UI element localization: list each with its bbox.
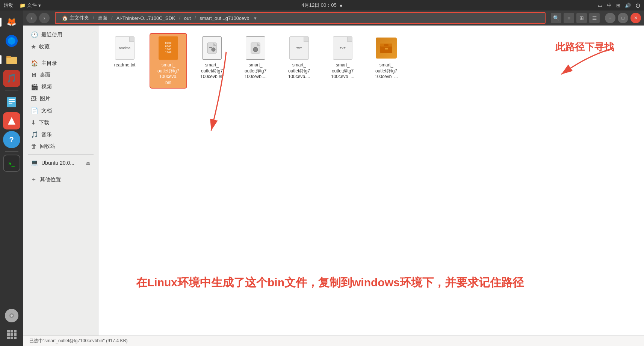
sidebar-item-downloads[interactable]: ⬇ 下载 <box>25 117 97 128</box>
path-current[interactable]: smart_out...g7100cevb ▾ <box>197 13 263 23</box>
sidebar-item-home[interactable]: 🏠 主目录 <box>25 57 97 69</box>
svg-rect-7 <box>9 103 12 104</box>
svg-rect-4 <box>7 97 16 107</box>
dock-appstore[interactable] <box>3 112 20 129</box>
sidebar-item-bookmarks[interactable]: ★ 收藏 <box>25 41 97 53</box>
folder-menu-button[interactable]: 📁 文件 ▾ <box>20 2 41 9</box>
music-icon: 🎵 <box>31 131 38 138</box>
document-icon: 📄 <box>31 107 38 114</box>
search-button[interactable]: 🔍 <box>551 13 561 23</box>
back-button[interactable]: ‹ <box>26 13 37 23</box>
keyboard-layout: 中 <box>607 2 612 9</box>
notification-dot: ● <box>340 3 343 8</box>
dock-firefox[interactable]: 🦊 <box>3 14 20 31</box>
star-icon: ★ <box>31 43 36 50</box>
sidebar-item-ubuntu[interactable]: 💻 Ubuntu 20.0... ⏏ <box>25 157 97 168</box>
dock-separator-2 <box>5 151 18 152</box>
window-titlebar: ‹ › 🏠 主文件夹 / 桌面 / Ai-Thinker-O...7100C_S… <box>23 11 644 26</box>
file-icon-txt2: TXT <box>287 36 311 60</box>
svg-rect-18 <box>11 337 13 339</box>
network-icon: ⊞ <box>616 3 620 8</box>
sidebar-item-desktop[interactable]: 🖥 桌面 <box>25 69 97 81</box>
path-sdk[interactable]: Ai-Thinker-O...7100C_SDK <box>113 15 178 22</box>
sidebar-item-videos[interactable]: 🎬 视频 <box>25 81 97 93</box>
path-current-label: smart_out...g7100cevb <box>200 15 249 21</box>
download-icon: ⬇ <box>31 119 36 126</box>
sidebar-label-trash: 回收站 <box>40 143 56 150</box>
sidebar-item-pictures[interactable]: 🖼 图片 <box>25 93 97 104</box>
annotation-arrow-1 <box>531 26 644 101</box>
dock-terminal[interactable]: $_ <box>3 155 20 172</box>
file-grid: readme readme.txt 0100010110011000 smart… <box>98 26 644 335</box>
svg-rect-17 <box>7 337 10 339</box>
sidebar-item-recent[interactable]: 🕐 最近使用 <box>25 29 97 41</box>
file-name-elf: smart_outlet@tg7100cevb.elf <box>200 62 223 80</box>
path-sep-4: / <box>195 15 196 21</box>
path-out[interactable]: out <box>181 15 194 22</box>
plus-icon: ＋ <box>31 176 37 184</box>
system-topbar: 活动 📁 文件 ▾ 4月12日 00：05 ● ▭ 中 ⊞ 🔊 ⏻ <box>0 0 644 11</box>
sidebar-item-documents[interactable]: 📄 文档 <box>25 105 97 116</box>
annotation-main: 在Linux环境中生成了这个bin文件，复制到windows环境下，并要求记住路… <box>136 275 524 290</box>
file-name-readme: readme.txt <box>114 62 136 68</box>
file-name-txt3: smart_outlet@tg7100cevb_... <box>331 62 354 80</box>
activities-button[interactable]: 活动 <box>4 2 14 9</box>
picture-icon: 🖼 <box>31 95 37 102</box>
file-icon-bin: 0100010110011000 <box>156 36 180 60</box>
svg-rect-5 <box>9 99 15 100</box>
dock-libreoffice[interactable] <box>3 93 20 111</box>
file-name-bin: smart_outlet@tg7100cevb.bin <box>157 62 179 86</box>
eject-icon[interactable]: ⏏ <box>86 160 91 166</box>
dock-rhythmbox[interactable]: 🎵 <box>3 70 20 87</box>
home-icon: 🏠 <box>62 15 68 21</box>
svg-rect-15 <box>11 333 13 336</box>
path-desktop[interactable]: 桌面 <box>95 14 110 22</box>
sidebar-sep-3 <box>28 171 94 171</box>
svg-rect-11 <box>7 330 10 332</box>
svg-point-10 <box>11 314 13 317</box>
file-item-txt3[interactable]: TXT smart_outlet@tg7100cevb_... <box>324 33 361 89</box>
svg-point-22 <box>212 48 215 51</box>
dock-files[interactable] <box>3 51 20 68</box>
menu-button[interactable]: ☰ <box>589 13 600 23</box>
view-toggle-button[interactable]: ⊞ <box>576 13 587 23</box>
file-item-elf[interactable]: smart_outlet@tg7100cevb.elf <box>193 33 231 89</box>
application-dock: 🦊 🎵 ? $_ <box>0 11 23 346</box>
video-icon: 🎬 <box>31 83 38 90</box>
path-breadcrumb: 🏠 主文件夹 / 桌面 / Ai-Thinker-O...7100C_SDK /… <box>55 12 546 24</box>
maximize-button[interactable]: □ <box>618 13 628 23</box>
content-area: 🕐 最近使用 ★ 收藏 🏠 主目录 🖥 桌面 🎬 视频 🖼 <box>23 26 644 335</box>
dock-help[interactable]: ? <box>3 131 20 148</box>
file-icon-elf <box>200 36 224 60</box>
sidebar-item-music[interactable]: 🎵 音乐 <box>25 129 97 140</box>
sidebar-item-other[interactable]: ＋ 其他位置 <box>25 173 97 186</box>
path-sep-3: / <box>179 15 180 21</box>
path-out-label: out <box>184 15 191 21</box>
dock-grid[interactable] <box>3 326 20 343</box>
volume-icon: 🔊 <box>625 3 631 8</box>
file-item-txt2[interactable]: TXT smart_outlet@tg7100cevb.... <box>280 33 318 89</box>
datetime-display: 4月12日 00：05 <box>301 2 336 9</box>
file-name-archive: smart_outlet@tg7100cevb_... <box>375 62 398 80</box>
chevron-down-icon[interactable]: ▾ <box>251 14 260 23</box>
dock-thunderbird[interactable] <box>3 32 20 50</box>
annotation-path-text: 此路径下寻找 <box>555 41 614 53</box>
path-sep-2: / <box>111 15 112 21</box>
view-list-button[interactable]: ≡ <box>564 13 574 23</box>
path-home[interactable]: 🏠 主文件夹 <box>59 14 92 22</box>
dock-dvd[interactable] <box>3 307 20 324</box>
sidebar-label-documents: 文档 <box>41 107 52 114</box>
forward-button[interactable]: › <box>39 13 50 23</box>
status-bar: 已选中"smart_outlet@tg7100cevbbin" (917.4 K… <box>23 335 644 346</box>
sidebar-label-desktop: 桌面 <box>40 72 50 78</box>
file-item-bin[interactable]: 0100010110011000 smart_outlet@tg7100cevb… <box>150 33 187 89</box>
file-item-readme[interactable]: readme readme.txt <box>106 33 144 89</box>
sidebar-sep-2 <box>28 154 94 155</box>
sidebar-item-trash[interactable]: 🗑 回收站 <box>25 141 97 152</box>
file-name-txt2: smart_outlet@tg7100cevb.... <box>288 62 310 80</box>
close-button[interactable]: ✕ <box>630 13 641 23</box>
dock-separator-1 <box>5 90 18 90</box>
file-item-archive[interactable]: smart_outlet@tg7100cevb_... <box>367 33 405 89</box>
file-item-exec2[interactable]: smart_outlet@tg7100cevb.... <box>237 33 274 89</box>
minimize-button[interactable]: − <box>605 13 615 23</box>
